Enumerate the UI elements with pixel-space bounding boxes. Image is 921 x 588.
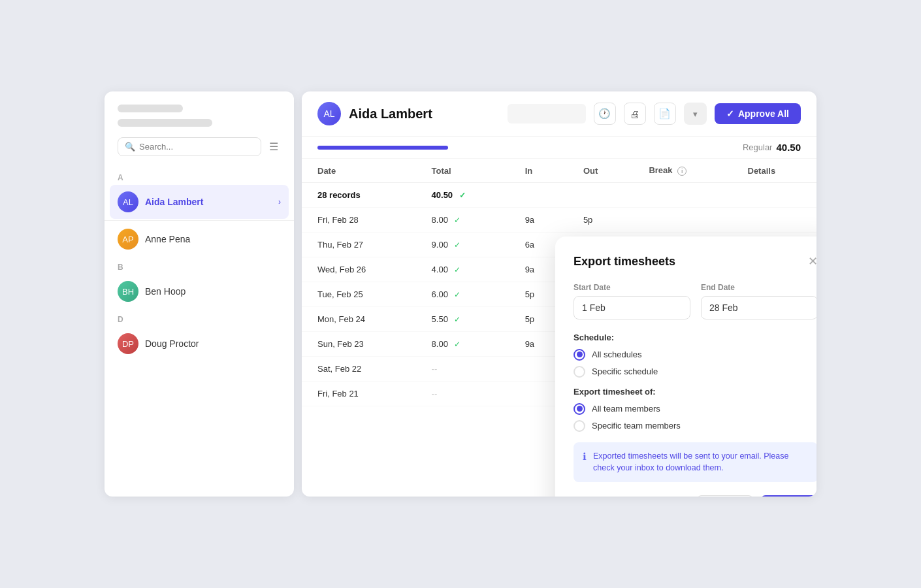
schedule-section: Schedule: All schedules Specific schedul… <box>574 333 816 378</box>
summary-row: 28 records 40.50 ✓ <box>302 183 816 208</box>
check-icon: ✓ <box>454 240 460 250</box>
row-total: 5.50 ✓ <box>416 307 509 332</box>
avatar-anne: AP <box>118 229 138 250</box>
extra-filter-btn[interactable]: ▾ <box>684 103 707 125</box>
end-date-label: End Date <box>701 283 816 292</box>
row-date: Fri, Feb 21 <box>302 382 416 406</box>
progress-bar <box>317 146 448 150</box>
row-total: -- <box>416 382 509 406</box>
row-in: 9a <box>509 208 568 233</box>
end-date-input[interactable] <box>701 296 816 319</box>
regular-label: Regular <box>743 142 773 152</box>
export-modal: Export timesheets ✕ Start Date End Date … <box>555 237 816 497</box>
modal-footer: Cancel Export <box>574 495 816 497</box>
approve-all-button[interactable]: ✓ Approve All <box>715 103 801 124</box>
col-out: Out <box>568 159 634 183</box>
avatar-doug: DP <box>118 333 138 354</box>
radio-dot <box>577 351 583 357</box>
row-total: 8.00 ✓ <box>416 332 509 357</box>
col-total: Total <box>416 159 509 183</box>
main-user-avatar: AL <box>317 102 341 125</box>
check-icon: ✓ <box>454 265 460 274</box>
person-name-doug: Doug Proctor <box>145 338 199 349</box>
row-date: Mon, Feb 24 <box>302 307 416 332</box>
person-name-anne: Anne Pena <box>145 234 190 244</box>
export-file-icon: 📄 <box>658 108 671 120</box>
avatar-aida: AL <box>118 191 138 212</box>
row-out: 5p <box>568 208 634 233</box>
main-header: AL Aida Lambert 🕐 🖨 📄 ▾ ✓ Approve All <box>302 91 816 137</box>
col-in: In <box>509 159 568 183</box>
start-date-field: Start Date <box>574 283 690 319</box>
summary-total: 40.50 ✓ <box>416 183 509 208</box>
schedule-label: Schedule: <box>574 333 816 342</box>
radio-dot-members <box>577 406 583 412</box>
radio-specific-members[interactable]: Specific team members <box>574 420 816 432</box>
break-info-icon[interactable]: i <box>677 167 687 176</box>
row-date: Fri, Feb 28 <box>302 208 416 233</box>
radio-specific-members-circle <box>574 420 585 432</box>
col-date: Date <box>302 159 416 183</box>
export-icon-btn[interactable]: 📄 <box>654 103 676 125</box>
row-date: Tue, Feb 25 <box>302 282 416 307</box>
regular-value: 40.50 <box>776 142 801 153</box>
modal-close-button[interactable]: ✕ <box>808 255 816 267</box>
radio-all-schedules-label: All schedules <box>592 350 642 359</box>
sidebar-item-doug-proctor[interactable]: DP Doug Proctor <box>105 327 294 361</box>
sidebar-item-anne-pena[interactable]: AP Anne Pena <box>105 222 294 256</box>
check-icon: ✓ <box>454 315 460 324</box>
summary-check-icon: ✓ <box>459 191 466 200</box>
cancel-button[interactable]: Cancel <box>696 495 754 497</box>
end-date-field: End Date <box>701 283 816 319</box>
search-icon: 🔍 <box>125 142 135 152</box>
row-date: Wed, Feb 26 <box>302 257 416 282</box>
sidebar-placeholder-1 <box>118 105 183 112</box>
chevron-right-icon: › <box>278 197 281 206</box>
check-icon: ✓ <box>454 216 460 225</box>
row-break <box>633 208 732 233</box>
divider <box>105 220 294 221</box>
sidebar: 🔍 ☰ A AL Aida Lambert › AP Anne Pena B B… <box>105 91 294 497</box>
radio-all-schedules-circle <box>574 349 585 361</box>
export-of-label: Export timesheet of: <box>574 387 816 397</box>
export-button[interactable]: Export <box>760 495 816 497</box>
check-icon: ✓ <box>454 340 460 349</box>
history-icon-btn[interactable]: 🕐 <box>594 103 616 125</box>
row-total: 9.00 ✓ <box>416 233 509 257</box>
radio-all-schedules[interactable]: All schedules <box>574 349 816 361</box>
person-name-ben: Ben Hoop <box>145 286 186 297</box>
row-date: Sun, Feb 23 <box>302 332 416 357</box>
radio-all-members[interactable]: All team members <box>574 403 816 415</box>
row-total: 4.00 ✓ <box>416 257 509 282</box>
radio-specific-schedule-circle <box>574 366 585 378</box>
sidebar-item-ben-hoop[interactable]: BH Ben Hoop <box>105 274 294 308</box>
checkmark-icon: ✓ <box>726 108 734 119</box>
section-d-label: D <box>105 308 294 327</box>
main-panel: AL Aida Lambert 🕐 🖨 📄 ▾ ✓ Approve All Re… <box>302 91 816 497</box>
summary-records: 28 records <box>302 183 416 208</box>
table-row: Fri, Feb 28 8.00 ✓ 9a 5p <box>302 208 816 233</box>
row-date: Thu, Feb 27 <box>302 233 416 257</box>
radio-specific-schedule[interactable]: Specific schedule <box>574 366 816 378</box>
info-banner-text: Exported timesheets will be sent to your… <box>593 450 809 475</box>
row-date: Sat, Feb 22 <box>302 357 416 382</box>
search-input[interactable] <box>139 142 254 152</box>
page-title: Aida Lambert <box>349 106 432 122</box>
search-box[interactable]: 🔍 <box>118 137 261 156</box>
row-total: -- <box>416 357 509 382</box>
filter-bar <box>508 104 586 123</box>
section-a-label: A <box>105 167 294 185</box>
history-icon: 🕐 <box>598 108 611 120</box>
start-date-input[interactable] <box>574 296 690 319</box>
radio-specific-members-label: Specific team members <box>592 421 681 431</box>
radio-all-members-circle <box>574 403 585 415</box>
sidebar-item-aida-lambert[interactable]: AL Aida Lambert › <box>110 185 289 219</box>
sub-header: Regular 40.50 <box>302 137 816 159</box>
menu-icon[interactable]: ☰ <box>267 138 281 155</box>
print-icon: 🖨 <box>630 108 639 120</box>
print-icon-btn[interactable]: 🖨 <box>624 103 646 125</box>
avatar-ben: BH <box>118 281 138 302</box>
row-total: 6.00 ✓ <box>416 282 509 307</box>
radio-specific-schedule-label: Specific schedule <box>592 367 658 376</box>
section-b-label: B <box>105 256 294 274</box>
